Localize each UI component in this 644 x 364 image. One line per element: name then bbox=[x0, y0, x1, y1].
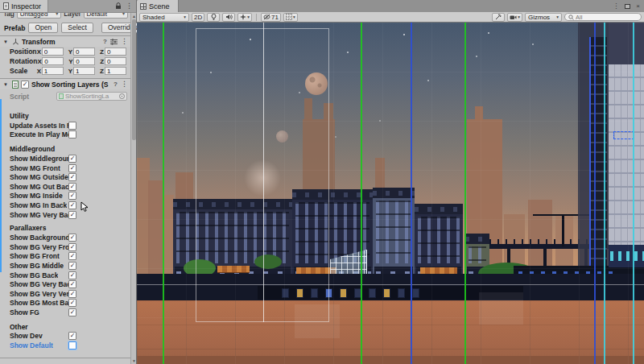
scene-panel: Scene ⋮ × Shaded▾ 2D ▾ bbox=[137, 0, 644, 364]
property-row: Show FG✓ bbox=[0, 308, 131, 317]
property-row: Show Middleground✓ bbox=[0, 154, 131, 163]
layer-guide-line bbox=[604, 23, 605, 364]
position-x-field[interactable] bbox=[42, 48, 64, 56]
property-checkbox[interactable]: ✓ bbox=[68, 155, 76, 163]
prefab-open-button[interactable]: Open bbox=[28, 23, 58, 33]
scene-search-field[interactable] bbox=[564, 13, 642, 21]
property-checkbox[interactable]: ✓ bbox=[68, 243, 76, 251]
prefab-row: Prefab Open Select Overrides▾ bbox=[0, 21, 131, 35]
property-checkbox[interactable]: ✓ bbox=[68, 262, 76, 270]
scale-row: Scale X Y Z bbox=[0, 66, 131, 76]
script-object-field[interactable]: ShowSortingLa bbox=[56, 92, 127, 101]
property-checkbox[interactable]: ✓ bbox=[68, 183, 76, 191]
property-row: Show BG Back✓ bbox=[0, 271, 131, 280]
rotation-y-field[interactable] bbox=[73, 57, 95, 65]
scroll-down-icon[interactable]: ▼ bbox=[131, 358, 137, 363]
property-checkbox[interactable]: ✓ bbox=[68, 280, 76, 288]
property-row: Show BG Very Front✓ bbox=[0, 242, 131, 252]
property-row: Update Assets In Re bbox=[0, 121, 131, 130]
shading-mode-dropdown[interactable]: Shaded▾ bbox=[139, 13, 189, 22]
scene-visibility-button[interactable]: 71 bbox=[261, 13, 281, 22]
property-checkbox[interactable] bbox=[68, 122, 76, 130]
scene-audio-button[interactable] bbox=[222, 13, 235, 22]
effects-dropdown-button[interactable]: ▾ bbox=[237, 13, 252, 22]
foldout-icon[interactable]: ▼ bbox=[3, 82, 10, 87]
building-detail bbox=[465, 234, 489, 244]
property-checkbox[interactable] bbox=[68, 130, 76, 139]
property-checkbox[interactable]: ✓ bbox=[68, 252, 76, 260]
transform-icon bbox=[12, 38, 19, 45]
mouse-cursor bbox=[80, 201, 89, 213]
component-tools-button[interactable] bbox=[492, 13, 505, 22]
scale-y-field[interactable] bbox=[73, 67, 95, 75]
scale-x-field[interactable] bbox=[42, 67, 64, 75]
layer-dropdown[interactable]: Default▾ bbox=[84, 13, 129, 19]
property-checkbox[interactable]: ✓ bbox=[68, 192, 76, 200]
lock-icon[interactable] bbox=[115, 2, 122, 10]
building-detail bbox=[415, 204, 463, 214]
property-checkbox[interactable]: ✓ bbox=[68, 211, 76, 219]
rotation-z-field[interactable] bbox=[105, 57, 126, 65]
maximize-icon[interactable] bbox=[625, 4, 630, 9]
property-row: Execute In Play Mod bbox=[0, 130, 131, 140]
property-row: Show MG Outside✓ bbox=[0, 172, 131, 182]
speaker-icon bbox=[225, 14, 233, 20]
position-z-field[interactable] bbox=[105, 48, 126, 56]
construction-tower bbox=[609, 64, 644, 245]
property-checkbox[interactable]: ✓ bbox=[68, 234, 76, 242]
help-icon[interactable]: ? bbox=[103, 38, 107, 45]
2d-toggle-button[interactable]: 2D bbox=[192, 13, 204, 22]
scene-viewport[interactable] bbox=[137, 23, 644, 364]
property-label: Show BG Most Back bbox=[10, 299, 76, 307]
presets-icon[interactable] bbox=[110, 39, 118, 45]
scroll-up-icon[interactable]: ▲ bbox=[131, 14, 137, 19]
property-checkbox[interactable]: ✓ bbox=[68, 308, 76, 316]
property-checkbox[interactable]: ✓ bbox=[68, 290, 76, 298]
dirt-light-patch bbox=[479, 292, 523, 325]
silhouette-tower bbox=[528, 200, 552, 274]
prefab-override-strip bbox=[0, 99, 2, 272]
gizmos-dropdown[interactable]: Gizmos▾ bbox=[525, 13, 562, 22]
scene-tab-icon bbox=[140, 3, 147, 10]
property-checkbox[interactable]: ✓ bbox=[68, 164, 76, 172]
camera-settings-dropdown[interactable]: ▾ bbox=[507, 13, 522, 22]
inspector-scrollbar[interactable]: ▲ ▼ bbox=[130, 13, 136, 364]
tab-inspector[interactable]: Inspector bbox=[0, 0, 48, 12]
close-icon[interactable]: × bbox=[636, 2, 640, 10]
scale-z-field[interactable] bbox=[105, 67, 126, 75]
component-enabled-checkbox[interactable]: ✓ bbox=[21, 81, 29, 89]
visibility-off-icon bbox=[263, 14, 270, 20]
script-asset-icon bbox=[59, 93, 64, 99]
transform-menu-icon[interactable]: ⋮ bbox=[121, 38, 128, 45]
inspector-menu-icon[interactable]: ⋮ bbox=[126, 2, 133, 10]
tab-scene[interactable]: Scene bbox=[137, 0, 179, 12]
property-label: Show BG Front bbox=[10, 252, 60, 260]
foldout-icon[interactable]: ▼ bbox=[3, 39, 10, 44]
scrollbar-thumb[interactable] bbox=[132, 19, 136, 140]
position-y-field[interactable] bbox=[73, 48, 95, 56]
dirt-bottom-strip bbox=[137, 356, 644, 364]
property-checkbox[interactable]: ✓ bbox=[68, 201, 76, 209]
tag-dropdown[interactable]: Untagged▾ bbox=[17, 13, 62, 19]
property-label: Show BG Middle bbox=[10, 262, 64, 270]
window-menu-icon[interactable]: ⋮ bbox=[613, 2, 619, 10]
property-checkbox[interactable]: ✓ bbox=[68, 173, 76, 181]
prefab-label: Prefab bbox=[4, 24, 25, 32]
property-checkbox[interactable]: ✓ bbox=[68, 271, 76, 279]
property-checkbox[interactable]: ✓ bbox=[68, 332, 76, 340]
property-checkbox[interactable] bbox=[68, 341, 76, 350]
property-row: Show BG Very Very I✓ bbox=[0, 289, 131, 299]
property-checkbox[interactable]: ✓ bbox=[68, 299, 76, 307]
scene-lighting-button[interactable] bbox=[207, 13, 220, 22]
prefab-select-button[interactable]: Select bbox=[61, 23, 93, 33]
grid-visibility-dropdown[interactable]: ▾ bbox=[283, 13, 298, 22]
midground-building bbox=[373, 188, 415, 284]
transform-header[interactable]: ▼ Transform ? ⋮ bbox=[0, 35, 131, 47]
property-label: Show MG In Back bbox=[10, 201, 67, 209]
rotation-x-field[interactable] bbox=[42, 57, 64, 65]
sorting-layers-header[interactable]: ▼ ✓ Show Sorting Layers (S ? ⋮ bbox=[0, 78, 131, 89]
scene-search-input[interactable] bbox=[576, 14, 632, 21]
component-menu-icon[interactable]: ⋮ bbox=[121, 81, 128, 88]
help-icon[interactable]: ? bbox=[114, 81, 118, 88]
object-picker-icon[interactable] bbox=[119, 93, 125, 99]
